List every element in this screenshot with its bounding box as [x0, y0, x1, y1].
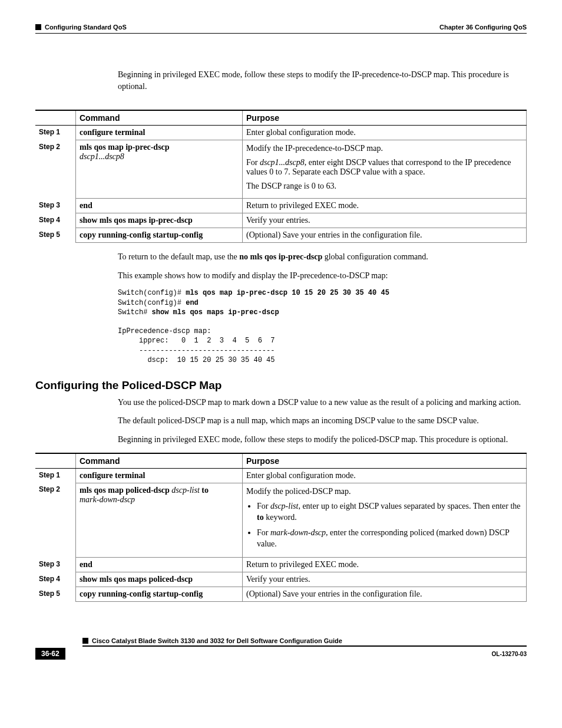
step-label: Step 4	[35, 213, 76, 228]
th-command: Command	[76, 110, 243, 126]
para: Beginning in privileged EXEC mode, follo…	[118, 434, 527, 446]
code-block: Switch(config)# mls qos map ip-prec-dscp…	[118, 288, 527, 365]
page-footer: Cisco Catalyst Blade Switch 3130 and 303…	[35, 637, 527, 660]
cmd-text: mls qos map ip-prec-dscp	[80, 143, 170, 151]
cmd-text: mls qos map policed-dscp	[80, 486, 171, 495]
command-table-2: Command Purpose Step 1 configure termina…	[35, 453, 527, 602]
step-label: Step 2	[35, 140, 76, 199]
cmd-text: show mls qos maps policed-dscp	[80, 575, 193, 584]
header-square-icon	[35, 24, 41, 30]
header-section: Configuring Standard QoS	[45, 24, 127, 31]
purpose-line: For dscp1...dscp8, enter eight DSCP valu…	[246, 158, 523, 177]
th-purpose: Purpose	[243, 453, 527, 469]
step-label: Step 5	[35, 228, 76, 243]
table-row: Step 4 show mls qos maps ip-prec-dscp Ve…	[35, 213, 527, 228]
section-heading: Configuring the Policed-DSCP Map	[35, 379, 527, 392]
step-label: Step 2	[35, 483, 76, 558]
step-label: Step 3	[35, 558, 76, 572]
cmd-text: configure terminal	[80, 128, 145, 137]
command-table-1: Command Purpose Step 1 configure termina…	[35, 110, 527, 243]
purpose-line: Modify the policed-DSCP map.	[246, 487, 523, 496]
purpose-text: (Optional) Save your entries in the conf…	[243, 587, 527, 602]
post-table-paragraphs: To return to the default map, use the no…	[118, 251, 527, 281]
cmd-text: end	[80, 560, 92, 569]
step-label: Step 1	[35, 468, 76, 483]
table-row: Step 4 show mls qos maps policed-dscp Ve…	[35, 572, 527, 587]
th-purpose: Purpose	[243, 110, 527, 126]
table-row: Step 3 end Return to privileged EXEC mod…	[35, 199, 527, 213]
para: You use the policed-DSCP map to mark dow…	[118, 397, 527, 409]
purpose-text: Verify your entries.	[243, 572, 527, 587]
table-row: Step 2 mls qos map ip-prec-dscp dscp1...…	[35, 140, 527, 199]
cmd-text: copy running-config startup-config	[80, 230, 203, 239]
page-number: 36-62	[35, 648, 65, 660]
step-label: Step 5	[35, 587, 76, 602]
cmd-text: configure terminal	[80, 471, 145, 480]
table-row: Step 1 configure terminal Enter global c…	[35, 468, 527, 483]
example-intro: This example shows how to modify and dis…	[118, 270, 527, 282]
guide-title: Cisco Catalyst Blade Switch 3130 and 303…	[92, 637, 342, 644]
cmd-text: end	[80, 201, 92, 210]
cmd-text: to	[201, 486, 209, 495]
cmd-text: copy running-config startup-config	[80, 589, 203, 598]
purpose-text: Verify your entries.	[243, 213, 527, 228]
bullet-item: For dscp-list, enter up to eight DSCP va…	[257, 501, 523, 523]
purpose-line: Modify the IP-precedence-to-DSCP map.	[246, 144, 523, 153]
table-row: Step 5 copy running-config startup-confi…	[35, 587, 527, 602]
purpose-text: (Optional) Save your entries in the conf…	[243, 228, 527, 243]
table-row: Step 2 mls qos map policed-dscp dscp-lis…	[35, 483, 527, 558]
header-rule	[35, 33, 527, 34]
bullet-item: For mark-down-dscp, enter the correspond…	[257, 528, 523, 550]
purpose-text: Enter global configuration mode.	[243, 126, 527, 140]
page-header: Configuring Standard QoS Chapter 36 Conf…	[35, 24, 527, 31]
purpose-text: Return to privileged EXEC mode.	[243, 558, 527, 572]
table-row: Step 3 end Return to privileged EXEC mod…	[35, 558, 527, 572]
intro-text: Beginning in privileged EXEC mode, follo…	[118, 69, 527, 92]
section2-intro: You use the policed-DSCP map to mark dow…	[118, 397, 527, 446]
return-default-note: To return to the default map, use the no…	[118, 251, 527, 263]
table-row: Step 5 copy running-config startup-confi…	[35, 228, 527, 243]
step-label: Step 1	[35, 126, 76, 140]
cmd-param: mark-down-dscp	[80, 495, 135, 504]
purpose-text: Return to privileged EXEC mode.	[243, 199, 527, 213]
th-command: Command	[76, 453, 243, 469]
cmd-param: dscp1...dscp8	[80, 152, 124, 161]
cmd-text: show mls qos maps ip-prec-dscp	[80, 216, 193, 225]
intro-paragraph-1: Beginning in privileged EXEC mode, follo…	[118, 69, 527, 92]
table-row: Step 1 configure terminal Enter global c…	[35, 126, 527, 140]
cmd-param: dscp-list	[171, 486, 201, 495]
footer-square-icon	[82, 638, 88, 644]
purpose-text: Enter global configuration mode.	[243, 468, 527, 483]
step-label: Step 3	[35, 199, 76, 213]
purpose-line: The DSCP range is 0 to 63.	[246, 182, 523, 191]
step-label: Step 4	[35, 572, 76, 587]
para: The default policed-DSCP map is a null m…	[118, 415, 527, 427]
header-chapter: Chapter 36 Configuring QoS	[439, 24, 527, 31]
doc-id: OL-13270-03	[492, 651, 527, 657]
